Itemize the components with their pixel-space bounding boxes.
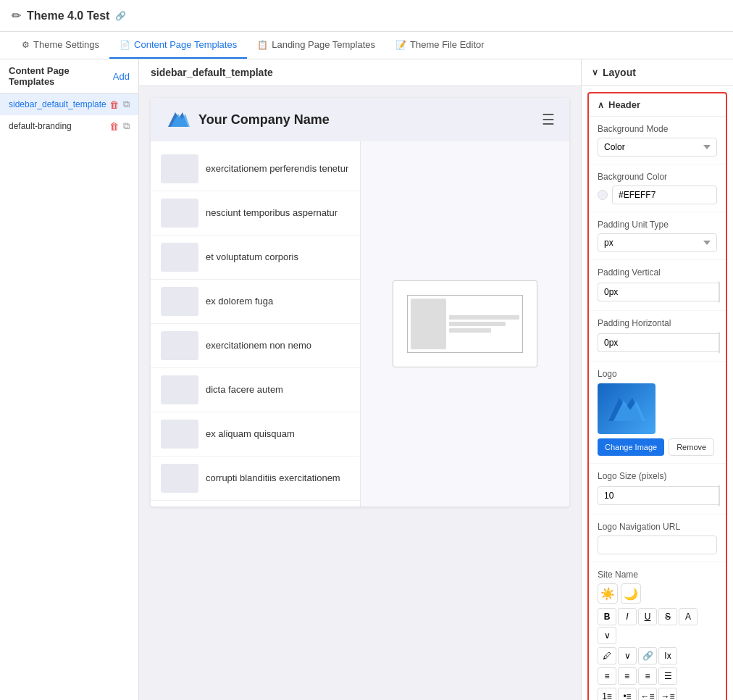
padding-horizontal-spinner: ▲ ▼ (598, 332, 717, 354)
placeholder-line (449, 322, 506, 326)
tab-theme-file-editor[interactable]: 📝 Theme File Editor (385, 32, 495, 59)
formatting-toolbar-row2: 🖊 ∨ 🔗 Ix (598, 647, 717, 664)
left-panel-title: Content Page Templates (9, 65, 113, 87)
underline-button[interactable]: U (638, 608, 657, 625)
header-section-title: ∧ Header (589, 93, 726, 117)
padding-horizontal-input[interactable] (598, 333, 719, 352)
increment-button[interactable]: ▲ (719, 282, 720, 292)
item-actions: 🗑 ⧉ (109, 99, 130, 110)
list-item[interactable]: dicta facere autem (151, 368, 360, 412)
item-actions: 🗑 ⧉ (109, 120, 130, 132)
align-right-button[interactable]: ≡ (638, 667, 657, 685)
unordered-list-button[interactable]: •≡ (618, 688, 637, 700)
padding-horizontal-field: Padding Horizontal ▲ ▼ (589, 311, 726, 362)
color-swatch[interactable] (598, 190, 608, 200)
clear-format-button[interactable]: Ix (658, 647, 677, 664)
item-text: et voluptatum corporis (206, 251, 298, 264)
sidebar-list: exercitationem perferendis tenetur nesci… (151, 141, 361, 507)
delete-icon[interactable]: 🗑 (109, 121, 119, 132)
placeholder-line (449, 315, 519, 320)
decrement-button[interactable]: ▼ (719, 496, 720, 506)
list-item[interactable]: exercitationem perferendis tenetur (151, 147, 360, 191)
padding-vertical-input[interactable] (598, 283, 719, 301)
indent-decrease-button[interactable]: ←≡ (638, 688, 657, 700)
link-button[interactable]: 🔗 (638, 647, 657, 664)
list-item[interactable]: nesciunt temporibus aspernatur (151, 191, 360, 236)
background-color-label: Background Color (598, 172, 717, 182)
align-center-button[interactable]: ≡ (618, 667, 637, 685)
website-preview: Your Company Name ☰ exercitationem perfe… (151, 98, 569, 507)
clipboard-icon: 📋 (257, 40, 268, 50)
strikethrough-button[interactable]: S (658, 608, 677, 625)
item-text: exercitationem non nemo (206, 339, 311, 352)
align-left-button[interactable]: ≡ (598, 667, 616, 685)
delete-icon[interactable]: 🗑 (109, 99, 119, 110)
copy-icon[interactable]: ⧉ (123, 99, 130, 110)
font-color-button[interactable]: A (679, 608, 698, 625)
list-item[interactable]: exercitationem non nemo (151, 324, 360, 368)
logo-size-label: Logo Size (pixels) (598, 471, 717, 481)
sidebar-item-default-branding[interactable]: default-branding 🗑 ⧉ (0, 115, 138, 137)
thumbnail (161, 287, 198, 316)
copy-icon[interactable]: ⧉ (123, 120, 130, 132)
increment-button[interactable]: ▲ (719, 486, 720, 496)
background-color-input[interactable] (612, 186, 717, 204)
decrement-button[interactable]: ▼ (719, 343, 720, 353)
item-text: corrupti blanditiis exercitationem (206, 472, 340, 485)
list-item[interactable]: ex aliquam quisquam (151, 412, 360, 457)
increment-button[interactable]: ▲ (719, 333, 720, 343)
company-logo (165, 107, 191, 133)
indent-increase-button[interactable]: →≡ (658, 688, 677, 700)
logo-size-input[interactable] (598, 486, 719, 505)
site-name-field: Site Name ☀️ 🌙 B I U S A ∨ 🖊 (589, 562, 726, 700)
preview-logo-area: Your Company Name (165, 107, 330, 133)
padding-unit-select[interactable]: px em % (598, 233, 717, 252)
tab-theme-settings[interactable]: ⚙ Theme Settings (12, 32, 109, 59)
page-title: Theme 4.0 Test (27, 9, 109, 22)
left-panel-header: Content Page Templates Add (0, 59, 138, 93)
font-color-dropdown[interactable]: ∨ (598, 627, 616, 644)
justify-button[interactable]: ☰ (658, 667, 677, 685)
tab-landing-page-templates[interactable]: 📋 Landing Page Templates (247, 32, 385, 59)
logo-field: Logo Change Image Remove (589, 362, 726, 464)
list-item[interactable]: et voluptatum corporis (151, 236, 360, 280)
right-panel: ∨ Layout ∧ Header Background Mode Color … (581, 59, 733, 700)
ordered-list-button[interactable]: 1≡ (598, 688, 616, 700)
item-text: ex aliquam quisquam (206, 428, 295, 441)
alignment-toolbar: ≡ ≡ ≡ ☰ (598, 667, 717, 685)
decrement-button[interactable]: ▼ (719, 292, 720, 302)
background-mode-label: Background Mode (598, 124, 717, 134)
hamburger-icon[interactable]: ☰ (542, 111, 555, 128)
padding-vertical-field: Padding Vertical ▲ ▼ (589, 260, 726, 311)
sidebar-item-sidebar-default-template[interactable]: sidebar_default_template 🗑 ⧉ (0, 93, 138, 115)
padding-unit-label: Padding Unit Type (598, 220, 717, 230)
dark-mode-button[interactable]: 🌙 (621, 583, 641, 604)
page-icon: 📄 (120, 40, 130, 50)
list-item[interactable]: ex dolorem fuga (151, 280, 360, 324)
header-section: ∧ Header Background Mode Color Image Gra… (587, 92, 727, 700)
add-template-button[interactable]: Add (113, 71, 130, 82)
background-mode-select[interactable]: Color Image Gradient (598, 138, 717, 157)
thumbnail (161, 331, 198, 360)
layout-label: Layout (603, 67, 636, 78)
preview-header: Your Company Name ☰ (151, 98, 569, 141)
preview-content: exercitationem perferendis tenetur nesci… (151, 141, 569, 507)
spinner-buttons: ▲ ▼ (719, 281, 720, 303)
spinner-buttons: ▲ ▼ (719, 332, 720, 354)
item-text: ex dolorem fuga (206, 295, 273, 308)
remove-button[interactable]: Remove (669, 438, 714, 456)
light-mode-button[interactable]: ☀️ (598, 583, 618, 604)
item-text: nesciunt temporibus aspernatur (206, 207, 338, 220)
chevron-up-icon: ∧ (598, 100, 604, 110)
center-header: sidebar_default_template (139, 59, 581, 86)
bold-button[interactable]: B (598, 608, 616, 625)
change-image-button[interactable]: Change Image (598, 438, 664, 456)
logo-nav-url-input[interactable] (598, 536, 717, 554)
logo-size-field: Logo Size (pixels) ▲ ▼ (589, 464, 726, 514)
italic-button[interactable]: I (618, 608, 637, 625)
highlight-dropdown[interactable]: ∨ (618, 647, 637, 664)
highlight-button[interactable]: 🖊 (598, 647, 616, 664)
main-layout: Content Page Templates Add sidebar_defau… (0, 59, 733, 700)
list-item[interactable]: corrupti blanditiis exercitationem (151, 457, 360, 501)
tab-content-page-templates[interactable]: 📄 Content Page Templates (109, 32, 247, 59)
